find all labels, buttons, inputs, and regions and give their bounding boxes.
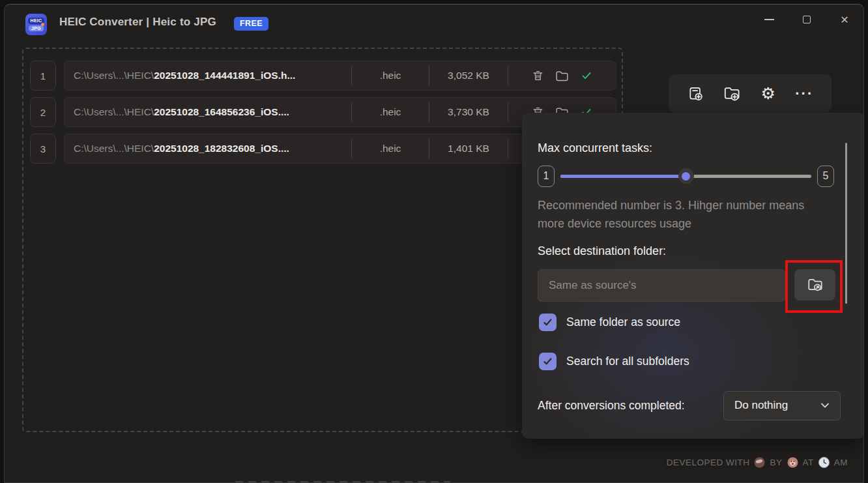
- open-folder-button[interactable]: [555, 70, 569, 81]
- row-index: 3: [30, 134, 56, 164]
- delete-file-button[interactable]: [532, 69, 544, 82]
- after-conversion-dropdown[interactable]: Do nothing: [723, 391, 841, 420]
- add-files-button[interactable]: [682, 80, 710, 108]
- row-index: 2: [30, 97, 56, 127]
- add-folder-icon: [723, 85, 741, 102]
- after-conversion-label: After conversions completed:: [538, 399, 685, 413]
- file-name: 20251028_144441891_iOS.h...: [154, 70, 295, 81]
- window-title: HEIC Converter | Heic to JPG: [59, 16, 216, 29]
- app-logo-jpg-label: JPG: [29, 25, 44, 32]
- file-path: C:\Users\...\HEIC\20251028_144441891_iOS…: [65, 70, 351, 81]
- minimize-icon: [764, 19, 774, 20]
- annotation-highlight-rect: [785, 260, 843, 313]
- file-ext: .heic: [352, 106, 429, 118]
- settings-panel: Max concurrent tasks: 1 5 Recommended nu…: [522, 113, 864, 439]
- titlebar: HEIC JPG HEIC Converter | Heic to JPG FR…: [5, 5, 863, 41]
- file-path: C:\Users\...\HEIC\20251028_164856236_iOS…: [65, 106, 351, 118]
- max-tasks-label: Max concurrent tasks:: [538, 141, 652, 155]
- slider-fill: [560, 175, 686, 178]
- destination-label: Select destination folder:: [538, 244, 666, 258]
- slider-max-label: 5: [817, 166, 834, 187]
- check-icon: [580, 70, 593, 81]
- file-size: 1,401 KB: [429, 143, 508, 154]
- file-size: 3,730 KB: [429, 106, 508, 118]
- path-prefix: C:\Users\...\HEIC\: [74, 106, 154, 117]
- destination-folder-input[interactable]: Same as source's: [538, 269, 785, 302]
- same-folder-checkbox-row[interactable]: Same folder as source: [539, 314, 680, 331]
- slider-min-label: 1: [538, 166, 555, 187]
- file-ext: .heic: [352, 70, 429, 81]
- minimize-button[interactable]: [750, 5, 788, 35]
- checkmark-icon: [542, 317, 553, 328]
- checkmark-icon: [542, 356, 553, 367]
- panel-scrollbar-thumb[interactable]: [845, 143, 847, 304]
- footer-text-4: AM: [834, 458, 848, 467]
- subfolders-label: Search for all subfolders: [566, 355, 689, 368]
- file-name: 20251028_182832608_iOS....: [154, 143, 289, 154]
- file-ext: .heic: [352, 143, 429, 154]
- footer-text-2: BY: [770, 458, 782, 467]
- file-path: C:\Users\...\HEIC\20251028_182832608_iOS…: [65, 143, 351, 154]
- recommendation-text: Recommended number is 3. Hihger number m…: [538, 196, 824, 233]
- file-size: 3,052 KB: [429, 70, 508, 81]
- free-badge: FREE: [234, 17, 268, 31]
- coffee-emoji-icon: [754, 457, 765, 468]
- slider-thumb[interactable]: [678, 168, 694, 184]
- monkey-emoji-icon: [787, 457, 798, 468]
- app-logo-orange-dot: [41, 23, 44, 26]
- chevron-down-icon: [820, 402, 830, 409]
- file-name: 20251028_164856236_iOS....: [154, 106, 289, 117]
- footer-text-1: DEVELOPED WITH: [667, 458, 750, 467]
- status-done: [580, 70, 593, 81]
- row-index: 1: [30, 61, 56, 91]
- file-cell: C:\Users\...\HEIC\20251028_144441891_iOS…: [64, 61, 616, 91]
- slider-thumb-dot: [682, 172, 690, 181]
- ellipsis-icon: ···: [795, 85, 813, 102]
- max-tasks-slider[interactable]: [560, 175, 811, 178]
- subfolders-checkbox[interactable]: [539, 353, 557, 370]
- app-logo-icon: HEIC JPG: [25, 14, 47, 35]
- gear-icon: ⚙: [761, 85, 775, 102]
- footer-text-3: AT: [803, 458, 814, 467]
- clock-emoji-icon: [818, 457, 830, 468]
- toolbar: ⚙ ···: [669, 74, 832, 113]
- after-conversion-row: After conversions completed: Do nothing: [538, 390, 841, 420]
- footer-credits: DEVELOPED WITH BY AT AM: [667, 457, 848, 468]
- maximize-button[interactable]: [788, 5, 826, 35]
- add-file-icon: [687, 85, 704, 102]
- settings-button[interactable]: ⚙: [754, 80, 783, 108]
- path-prefix: C:\Users\...\HEIC\: [74, 70, 154, 81]
- trash-icon: [532, 69, 544, 82]
- add-folder-button[interactable]: [717, 80, 746, 108]
- maximize-icon: [803, 16, 811, 23]
- more-options-button[interactable]: ···: [790, 80, 818, 108]
- row-actions: [508, 69, 616, 82]
- app-window: HEIC JPG HEIC Converter | Heic to JPG FR…: [4, 4, 864, 483]
- max-tasks-slider-row: 1 5: [538, 165, 834, 187]
- path-prefix: C:\Users\...\HEIC\: [74, 143, 154, 154]
- window-controls: ✕: [750, 5, 863, 35]
- same-folder-label: Same folder as source: [566, 315, 680, 329]
- file-row: 1 C:\Users\...\HEIC\20251028_144441891_i…: [30, 61, 616, 91]
- subfolders-checkbox-row[interactable]: Search for all subfolders: [539, 353, 689, 370]
- same-folder-checkbox[interactable]: [539, 314, 557, 331]
- close-button[interactable]: ✕: [826, 5, 863, 35]
- folder-icon: [555, 70, 569, 81]
- dropdown-value: Do nothing: [734, 399, 788, 412]
